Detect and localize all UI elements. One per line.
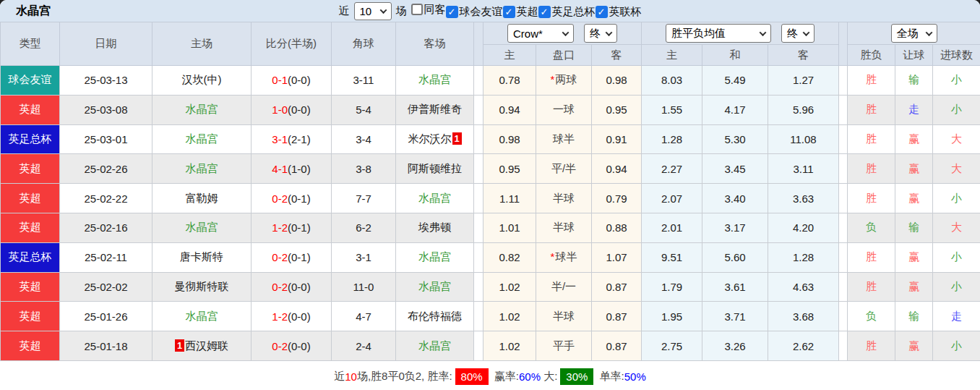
average-value: 胜平负均值	[671, 27, 726, 41]
subheader-handicap-away: 客	[592, 45, 642, 66]
filter-controls: 近 10 场 同客✓球会友谊✓英超✓英足总杯✓英联杯	[339, 2, 642, 20]
subheader-goals: 进球数	[933, 45, 980, 66]
team-name: 伊普斯维奇	[408, 103, 462, 115]
cell-odds-away: 2.62	[768, 331, 839, 361]
separator-cell	[839, 331, 848, 361]
separator-cell	[839, 272, 848, 302]
separator-cell	[839, 95, 848, 124]
cell-competition-type: 英超	[1, 184, 60, 213]
cell-score: 0-2(0-0)	[252, 331, 332, 361]
team-name: 埃弗顿	[418, 221, 451, 233]
cell-handicap-away-odds: 0.87	[592, 272, 642, 302]
cell-match-result: 负	[848, 302, 895, 331]
scope-select[interactable]: 全场	[891, 24, 937, 43]
cell-date: 25-03-01	[60, 124, 152, 154]
checked-checkbox-icon[interactable]: ✓	[596, 6, 608, 18]
handicap-time-value: 终	[590, 27, 601, 41]
full-time-score: 1-0	[272, 103, 288, 116]
filter-label: 同客	[424, 3, 446, 17]
half-time-score: (1-0)	[288, 163, 311, 175]
cell-handicap-home-odds: 0.98	[483, 124, 536, 154]
cell-home-team: 水晶宫	[152, 154, 252, 184]
cell-odds-draw: 3.45	[702, 154, 768, 184]
col-header-away: 客场	[396, 22, 474, 66]
cell-handicap-away-odds: 0.94	[592, 154, 642, 184]
cell-away-team: 埃弗顿	[396, 213, 474, 242]
cell-away-team: 布伦特福德	[396, 302, 474, 331]
filter-英联杯: ✓英联杯	[596, 5, 642, 19]
cell-handicap-home-odds: 0.78	[483, 66, 536, 96]
checked-checkbox-icon[interactable]: ✓	[446, 6, 458, 18]
handicap-line-text: 半球	[553, 221, 575, 233]
cell-odds-away: 5.96	[768, 95, 839, 124]
scope-value: 全场	[897, 27, 919, 41]
half-time-score: (0-0)	[288, 340, 311, 352]
cell-handicap-result: 走	[895, 95, 933, 124]
cell-corners: 3-8	[332, 154, 396, 184]
checked-checkbox-icon[interactable]: ✓	[538, 6, 551, 18]
cell-corners: 2-4	[332, 331, 396, 361]
cell-handicap-home-odds: 1.11	[483, 184, 536, 213]
cell-competition-type: 英超	[1, 331, 60, 361]
cell-handicap-away-odds: 0.95	[592, 95, 642, 124]
summary-segment: 近	[334, 370, 345, 383]
cell-match-result: 胜	[848, 66, 895, 96]
cell-handicap-line: 半球	[536, 302, 592, 331]
separator-cell	[474, 331, 483, 361]
chevron-down-icon	[925, 29, 932, 36]
matches-table: 类型 日期 主场 比分(半场) 角球 客场 Crow* 终	[0, 22, 980, 361]
match-row: 英超25-01-181西汉姆联0-2(0-0)2-4水晶宫1.02平手0.872…	[1, 331, 980, 361]
separator-cell	[474, 154, 483, 184]
cell-corners: 3-4	[332, 124, 396, 154]
cell-competition-type: 英超	[1, 272, 60, 302]
table-body: 球会友谊25-03-13汉坎(中)0-1(0-0)3-11水晶宫0.78*两球0…	[1, 66, 980, 361]
cell-goals-result: 小	[933, 242, 980, 272]
cell-handicap-line: 一球	[536, 95, 592, 124]
cell-score: 0-2(0-1)	[252, 242, 332, 272]
cell-away-team: 水晶宫	[396, 331, 474, 361]
cell-goals-result: 走	[933, 302, 980, 331]
handicap-line-text: 半球	[553, 192, 575, 204]
separator-cell	[839, 66, 848, 96]
half-time-score: (0-1)	[288, 251, 311, 263]
cell-handicap-away-odds: 0.87	[592, 331, 642, 361]
cell-odds-home: 2.01	[642, 213, 702, 242]
cell-goals-result: 小	[933, 184, 980, 213]
cell-date: 25-02-11	[60, 242, 152, 272]
cell-date: 25-03-08	[60, 95, 152, 124]
bookmaker-select[interactable]: Crow*	[507, 24, 574, 43]
half-time-score: (0-0)	[288, 281, 311, 293]
handicap-time-select[interactable]: 终	[584, 24, 617, 43]
match-row: 英足总杯25-02-11唐卡斯特0-2(0-1)3-1水晶宫0.82*球半1.0…	[1, 242, 980, 272]
cell-handicap-result: 赢	[895, 331, 933, 361]
half-time-score: (0-1)	[288, 192, 311, 205]
subheader-handicap-line: 盘口	[536, 45, 592, 66]
cell-odds-draw: 5.49	[702, 66, 768, 96]
average-select[interactable]: 胜平负均值	[666, 24, 771, 43]
team-name: 水晶宫	[186, 221, 218, 233]
cell-date: 25-02-22	[60, 184, 152, 213]
filter-英足总杯: ✓英足总杯	[538, 5, 596, 19]
cell-away-team: 米尔沃尔1	[396, 124, 474, 154]
cell-handicap-away-odds: 0.87	[592, 302, 642, 331]
average-time-value: 终	[787, 27, 798, 41]
separator-cell	[839, 242, 848, 272]
match-count-select[interactable]: 10	[354, 2, 392, 20]
checked-checkbox-icon[interactable]: ✓	[503, 6, 515, 18]
cell-odds-home: 9.51	[642, 242, 702, 272]
cell-handicap-result: 输	[895, 66, 933, 96]
separator-cell	[474, 272, 483, 302]
cell-match-result: 胜	[848, 124, 895, 154]
average-time-select[interactable]: 终	[781, 24, 814, 43]
full-time-score: 3-1	[272, 133, 288, 145]
cell-score: 0-1(0-0)	[252, 66, 332, 96]
cell-goals-result: 小	[933, 95, 980, 124]
unchecked-checkbox-icon[interactable]	[411, 4, 423, 15]
cell-odds-away: 4.63	[768, 272, 839, 302]
cell-odds-draw: 3.17	[702, 213, 768, 242]
cell-date: 25-03-13	[60, 66, 152, 96]
cell-odds-away: 11.08	[768, 124, 839, 154]
cell-away-team: 水晶宫	[396, 272, 474, 302]
team-name: 西汉姆联	[185, 339, 228, 352]
separator-cell	[839, 184, 848, 213]
